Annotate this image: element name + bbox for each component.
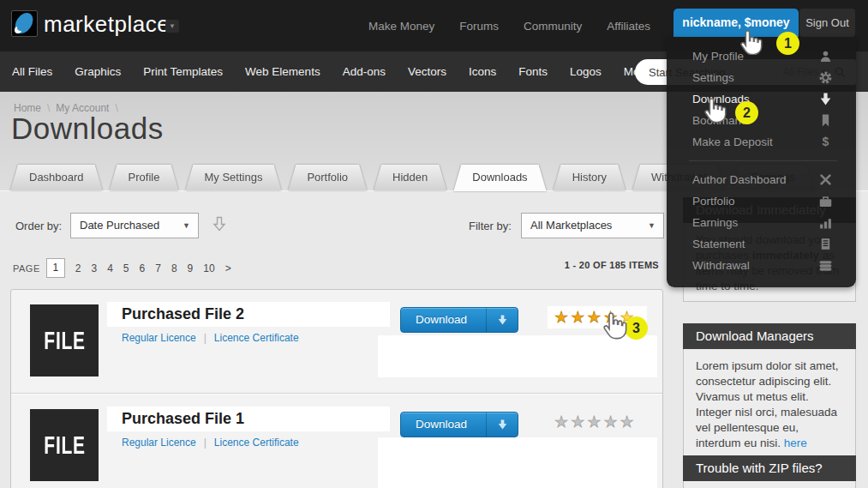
downloads-list: FILE Purchased File 2 Regular Licence|Li…	[10, 289, 663, 488]
star-rating[interactable]	[548, 411, 644, 433]
nav-forums[interactable]: Forums	[459, 20, 499, 33]
cat-logos[interactable]: Logos	[570, 65, 602, 78]
item-detail-panel	[378, 335, 657, 377]
cat-add-ons[interactable]: Add-ons	[343, 65, 386, 78]
tab-history[interactable]: History	[554, 165, 626, 191]
page-4[interactable]: 4	[107, 262, 113, 274]
page-8[interactable]: 8	[171, 262, 177, 274]
regular-licence-link[interactable]: Regular Licence	[122, 437, 196, 449]
here-link[interactable]: here	[784, 437, 807, 449]
licence-certificate-link[interactable]: Licence Certificate	[214, 332, 299, 344]
menu-item-label: Statement	[692, 238, 745, 250]
file-thumbnail[interactable]: FILE	[30, 409, 99, 481]
page-10[interactable]: 10	[203, 262, 214, 274]
menu-item-bookmarks[interactable]: Bookmarks	[667, 110, 856, 131]
menu-item-portfolio[interactable]: Portfolio	[667, 190, 856, 212]
tab-my-settings[interactable]: My Settings	[185, 165, 281, 191]
tab-hidden[interactable]: Hidden	[374, 165, 446, 191]
sign-out-button[interactable]: Sign Out	[799, 9, 855, 37]
cat-vectors[interactable]: Vectors	[408, 65, 446, 78]
page-next[interactable]: >	[225, 262, 231, 274]
nav-make-money[interactable]: Make Money	[368, 20, 434, 33]
licence-certificate-link[interactable]: Licence Certificate	[214, 437, 299, 449]
logo-wordmark[interactable]: marketplace	[44, 11, 170, 38]
sidebar-box-zip-trouble: Trouble with ZIP files?	[683, 455, 856, 488]
sidebar-box-body	[683, 481, 856, 488]
order-by-label: Order by:	[15, 220, 62, 232]
download-button[interactable]: Download	[400, 307, 518, 333]
star-icon[interactable]	[587, 413, 603, 431]
tab-profile[interactable]: Profile	[110, 165, 179, 191]
menu-item-withdrawal[interactable]: Withdrawal	[667, 255, 856, 276]
download-button[interactable]: Download	[400, 412, 518, 437]
menu-item-earnings[interactable]: Earnings	[667, 212, 856, 233]
step-badge-3: 3	[625, 316, 648, 340]
sidebar-box-title: Trouble with ZIP files?	[683, 455, 856, 481]
tab-dashboard[interactable]: Dashboard	[10, 165, 103, 191]
menu-item-statement[interactable]: Statement	[667, 233, 856, 255]
page-3[interactable]: 3	[91, 262, 97, 274]
filter-by-dropdown[interactable]: All Marketplaces▼	[521, 213, 664, 238]
tools-icon	[819, 173, 832, 186]
gear-icon	[819, 71, 832, 84]
menu-item-label: Settings	[692, 71, 734, 84]
top-nav: Make Money Forums Community Affiliates H…	[368, 0, 699, 51]
cat-web-elements[interactable]: Web Elements	[245, 65, 320, 78]
item-title[interactable]: Purchased File 1	[107, 407, 390, 431]
pagination: PAGE 1 2 3 4 5 6 7 8 9 10 >	[13, 258, 236, 278]
file-thumbnail[interactable]: FILE	[30, 304, 99, 377]
page-2[interactable]: 2	[75, 262, 81, 274]
sidebar-box-body: Lorem ipsum dolor sit amet, consectetur …	[683, 349, 856, 461]
nav-affiliates[interactable]: Affiliates	[607, 20, 650, 33]
page-9[interactable]: 9	[188, 262, 194, 274]
star-icon[interactable]	[620, 413, 637, 431]
logo-chevron-down-icon[interactable]: ▼	[165, 20, 179, 33]
menu-item-downloads[interactable]: Downloads	[667, 88, 856, 110]
download-arrow-icon[interactable]	[486, 413, 518, 437]
file-thumbnail-label: FILE	[44, 326, 85, 355]
page-title: Downloads	[11, 111, 164, 146]
menu-item-settings[interactable]: Settings	[667, 67, 856, 88]
cat-fonts[interactable]: Fonts	[518, 65, 548, 78]
tab-downloads[interactable]: Downloads	[453, 165, 546, 191]
cat-print-templates[interactable]: Print Templates	[143, 65, 223, 78]
download-arrow-icon[interactable]	[486, 308, 518, 332]
menu-item-author-dashboard[interactable]: Author Dashboard	[667, 169, 856, 190]
bookmark-icon	[819, 114, 832, 127]
hand-cursor-icon	[602, 311, 627, 340]
item-detail-panel	[378, 437, 657, 488]
star-icon[interactable]	[571, 309, 587, 326]
link-separator: |	[204, 437, 207, 449]
licence-links: Regular Licence|Licence Certificate	[122, 332, 299, 344]
star-icon[interactable]	[554, 413, 571, 431]
page-6[interactable]: 6	[140, 262, 146, 274]
user-dropdown-menu: My Profile Settings Downloads Bookmarks …	[667, 37, 856, 287]
item-title[interactable]: Purchased File 2	[107, 302, 390, 327]
chevron-down-icon: ▼	[648, 214, 655, 238]
cat-graphics[interactable]: Graphics	[75, 65, 121, 78]
order-by-dropdown[interactable]: Date Purchased▼	[70, 213, 199, 238]
user-account-button[interactable]: nickname, $money	[673, 9, 799, 37]
download-outline-icon[interactable]	[213, 216, 226, 235]
filter-by-label: Filter by:	[469, 220, 512, 232]
item-title-strip: Purchased File 1	[107, 407, 390, 431]
menu-item-make-a-deposit[interactable]: Make a Deposit $	[667, 131, 856, 153]
download-list-item: FILE Purchased File 2 Regular Licence|Li…	[11, 290, 662, 394]
page-7[interactable]: 7	[155, 262, 161, 274]
chevron-down-icon: ▼	[183, 214, 190, 238]
statement-icon	[819, 238, 832, 250]
cat-icons[interactable]: Icons	[469, 65, 496, 78]
star-icon[interactable]	[603, 413, 620, 431]
star-icon[interactable]	[554, 309, 571, 326]
hand-cursor-icon	[703, 97, 727, 123]
star-icon[interactable]	[571, 413, 587, 431]
page-current[interactable]: 1	[46, 258, 65, 278]
page-5[interactable]: 5	[123, 262, 129, 274]
toolbox-icon	[819, 195, 832, 208]
marketplace-logo-icon[interactable]	[11, 10, 38, 37]
regular-licence-link[interactable]: Regular Licence	[122, 332, 196, 344]
cat-all-files[interactable]: All Files	[12, 65, 52, 78]
tab-portfolio[interactable]: Portfolio	[288, 165, 367, 191]
sidebar-box-download-managers: Download Managers Lorem ipsum dolor sit …	[683, 323, 856, 461]
nav-community[interactable]: Community	[524, 20, 582, 33]
